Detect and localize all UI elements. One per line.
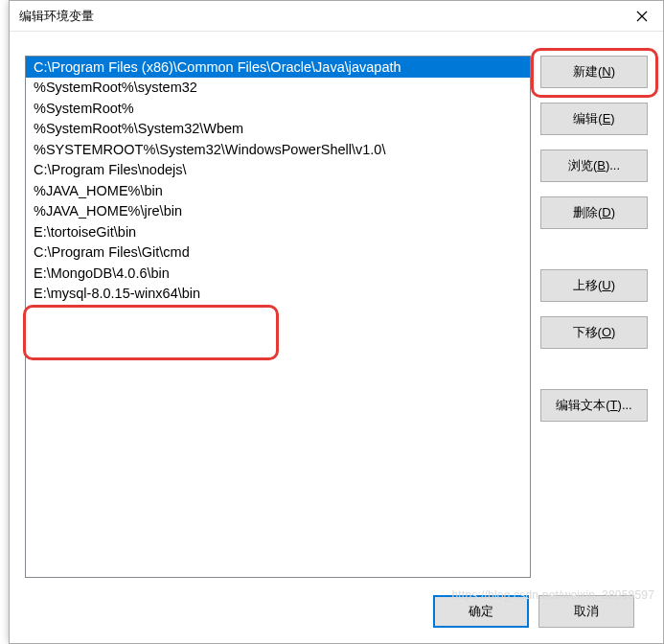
list-item[interactable]: %SystemRoot%\System32\Wbem: [26, 119, 530, 140]
list-item[interactable]: C:\Program Files\nodejs\: [26, 160, 530, 181]
list-item[interactable]: %SystemRoot%\system32: [26, 78, 530, 99]
browse-button[interactable]: 浏览(B)...: [540, 150, 648, 182]
move-up-button[interactable]: 上移(U): [540, 269, 648, 302]
delete-button[interactable]: 删除(D): [540, 196, 648, 229]
close-icon: [636, 11, 648, 22]
path-listbox[interactable]: C:\Program Files (x86)\Common Files\Orac…: [25, 56, 531, 578]
list-item[interactable]: C:\Program Files\Git\cmd: [26, 242, 530, 264]
list-item[interactable]: %SYSTEMROOT%\System32\WindowsPowerShell\…: [26, 139, 530, 160]
list-item[interactable]: E:\MongoDB\4.0.6\bin: [26, 263, 530, 284]
list-item[interactable]: %JAVA_HOME%\bin: [26, 180, 530, 201]
close-button[interactable]: [620, 1, 663, 32]
list-item[interactable]: %JAVA_HOME%\jre\bin: [26, 201, 530, 222]
list-item[interactable]: %SystemRoot%: [26, 98, 530, 119]
move-down-button[interactable]: 下移(O): [540, 316, 648, 349]
new-button[interactable]: 新建(N): [540, 56, 648, 88]
dialog-title: 编辑环境变量: [19, 8, 620, 25]
title-bar[interactable]: 编辑环境变量: [10, 1, 663, 32]
edit-text-button[interactable]: 编辑文本(T)...: [540, 389, 648, 422]
dialog: 编辑环境变量 C:\Program Files (x86)\Common Fil…: [9, 0, 664, 644]
edit-button[interactable]: 编辑(E): [540, 103, 648, 135]
list-item[interactable]: C:\Program Files (x86)\Common Files\Orac…: [26, 57, 530, 78]
button-column: 新建(N) 编辑(E) 浏览(B)... 删除(D) 上移(U) 下移(O) 编…: [540, 56, 648, 578]
list-item[interactable]: E:\tortoiseGit\bin: [26, 221, 530, 242]
watermark: https://blog.csdn.net/weixin_38958597: [451, 588, 654, 602]
list-item[interactable]: E:\mysql-8.0.15-winx64\bin: [26, 284, 530, 305]
dialog-content: C:\Program Files (x86)\Common Files\Orac…: [10, 32, 663, 643]
